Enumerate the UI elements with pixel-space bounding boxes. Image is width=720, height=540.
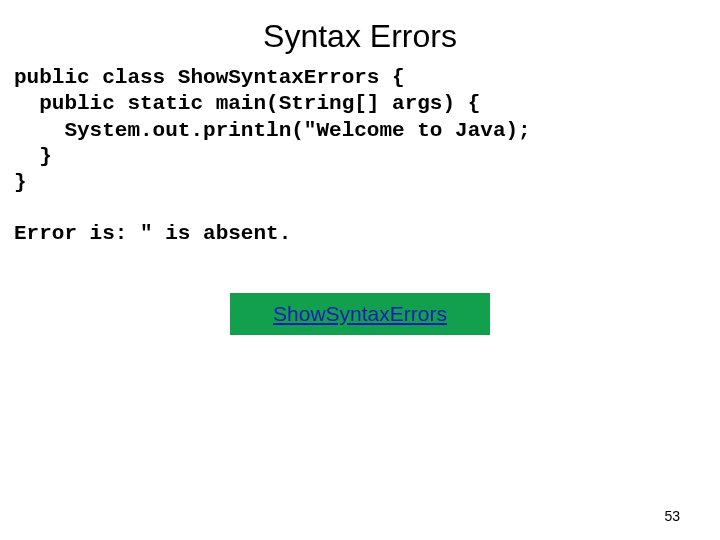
slide-title: Syntax Errors xyxy=(0,0,720,65)
code-snippet: public class ShowSyntaxErrors { public s… xyxy=(0,65,720,196)
button-container: ShowSyntaxErrors xyxy=(0,293,720,335)
error-message: Error is: " is absent. xyxy=(0,222,720,245)
show-syntax-errors-button[interactable]: ShowSyntaxErrors xyxy=(230,293,490,335)
page-number: 53 xyxy=(664,508,680,524)
button-label: ShowSyntaxErrors xyxy=(273,302,447,326)
